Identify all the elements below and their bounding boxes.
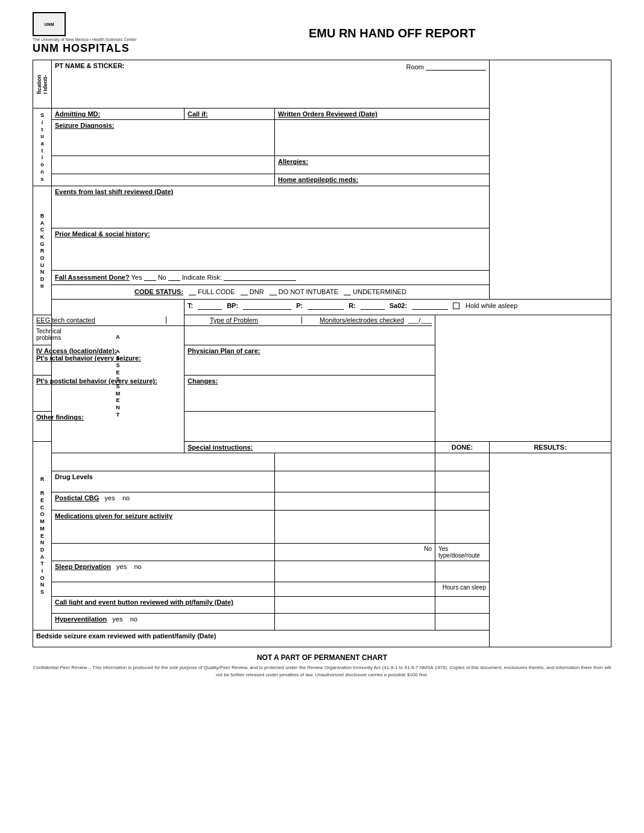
pt-name-cell: PT NAME & STICKER: Room — [52, 60, 490, 108]
room-label: Room — [406, 62, 486, 71]
not-permanent-footer: NOT A PART OF PERMANENT CHART — [33, 653, 611, 662]
special-instructions-label: Special instructions: — [188, 444, 253, 451]
drug-levels-row: Drug Levels — [33, 471, 611, 492]
dnr-label: DNR — [250, 288, 264, 295]
indicate-risk-label: Indicate Risk: — [182, 274, 222, 281]
pt-name-row: I Identi-fication PT NAME & STICKER: Roo… — [33, 60, 611, 108]
hours-sleep-cell — [52, 582, 275, 597]
logo-box: UNM — [33, 12, 66, 36]
admitting-md-row: Situation S Admitting MD: Call if: Writt… — [33, 108, 611, 120]
hold-while-asleep-label: Hold while asleep — [466, 302, 517, 309]
sleep-no-label: no — [134, 563, 141, 570]
p-label: P: — [296, 302, 303, 309]
call-light-label: Call light and event button reviewed wit… — [55, 599, 233, 606]
iv-access-label: IV Access (location/date): — [36, 347, 116, 354]
bedside-seizure-label: Bedside seizure exam reviewed with patie… — [36, 632, 216, 640]
sleep-deprivation-cell: Sleep Deprivation yes no — [52, 561, 275, 582]
code-status-cell: CODE STATUS: FULL CODE DNR DO NOT INTUBA… — [52, 285, 490, 300]
special-instructions-cell: Special instructions: — [185, 442, 435, 453]
drug-levels-cell: Drug Levels — [52, 471, 275, 492]
r-blank-row — [33, 453, 611, 471]
no-cell: No — [275, 544, 435, 561]
drug-levels-label: Drug Levels — [55, 473, 93, 480]
iv-access-cell: IV Access (location/date): Pt's ictal be… — [33, 345, 185, 376]
page-header: UNM The University of New Mexico • Healt… — [33, 12, 611, 55]
no-yes-row: No Yes type/dose/route — [33, 544, 611, 561]
events-row: BACKGROUND B Events from last shift revi… — [33, 186, 611, 228]
hyperventilation-label: Hyperventilation — [55, 615, 107, 623]
full-code-label: FULL CODE — [198, 288, 235, 295]
prior-medical-row: Prior Medical & social history: — [33, 228, 611, 271]
main-form-table: I Identi-fication PT NAME & STICKER: Roo… — [33, 60, 611, 647]
hours-can-sleep-cell: Hours can sleep — [435, 582, 490, 597]
hours-sleep-row: Hours can sleep — [33, 582, 611, 597]
hyper-no-label: no — [130, 615, 137, 623]
section-r-label: RRECOMMENDATIONS — [33, 442, 52, 630]
r-blank-cell — [52, 453, 275, 471]
type-of-problem: Type of Problem — [210, 316, 258, 324]
r-label: R: — [349, 302, 356, 309]
results-cbg — [435, 492, 490, 511]
eeg-cell: EEG tech contacted Type of Problem Monit… — [33, 315, 435, 345]
section-b-label: BACKGROUND B — [33, 186, 52, 315]
call-light-cell: Call light and event button reviewed wit… — [52, 597, 275, 614]
sao2-label: Sa02: — [390, 302, 407, 309]
home-meds-spacer — [52, 174, 275, 186]
results-sleep — [435, 561, 490, 582]
medications-row: Medications given for seizure activity — [33, 511, 611, 544]
hold-while-asleep-checkbox[interactable] — [453, 303, 459, 309]
logo-area: UNM The University of New Mexico • Healt… — [33, 12, 136, 55]
code-status-row: CODE STATUS: FULL CODE DNR DO NOT INTUBA… — [33, 285, 611, 300]
pts-ictal-label: Pt's ictal behavior (every seizure: — [36, 354, 141, 362]
call-if-cell: Call if: — [185, 108, 275, 120]
home-meds-cell: Home antiepileptic meds: — [275, 174, 490, 186]
results-hyper — [435, 614, 490, 630]
medications-cell: Medications given for seizure activity — [52, 511, 275, 544]
postictal-cell: Pt's postictal behavior (every seizure): — [33, 376, 185, 412]
undetermined-label: UNDETERMINED — [353, 288, 406, 295]
admitting-md-label: Admitting MD: — [55, 110, 100, 118]
fall-assessment-row: Fall Assessment Done? Yes No Indicate Ri… — [33, 271, 611, 285]
allergies-spacer — [275, 120, 490, 156]
vitals-row: AASSESSMENT T: BP: P: R: Sa02: Hold whil… — [33, 300, 611, 315]
done-r-blank — [275, 453, 435, 471]
done-sleep — [275, 561, 435, 582]
postictal-cbg-no: no — [122, 494, 130, 501]
fall-assessment-label: Fall Assessment Done? — [55, 274, 130, 281]
done-drug-levels — [275, 471, 435, 492]
postictal-cbg-yes: yes — [105, 494, 115, 501]
t-label: T: — [188, 302, 193, 309]
done-medications — [275, 511, 435, 544]
pt-name-label: PT NAME & STICKER: — [55, 62, 125, 69]
physician-plan-label: Physician Plan of care: — [188, 347, 260, 354]
other-findings-row: Other findings: — [33, 412, 611, 442]
vitals-cell: T: BP: P: R: Sa02: Hold while asleep — [185, 300, 611, 315]
prior-medical-cell: Prior Medical & social history: — [52, 228, 490, 271]
monitors-electrodes: Monitors/electrodes checked — [320, 316, 404, 324]
done-hyper — [275, 614, 435, 630]
results-header: RESULTS: — [490, 442, 611, 453]
seizure-dx-cell: Seizure Diagnosis: — [52, 120, 275, 156]
written-orders-label: Written Orders Reviewed (Date) — [278, 110, 377, 118]
hyperventilation-cell: Hyperventilation yes no — [52, 614, 275, 630]
bp-label: BP: — [227, 302, 238, 309]
seizure-dx-label: Seizure Diagnosis: — [55, 122, 114, 129]
sleep-deprivation-row: Sleep Deprivation yes no — [33, 561, 611, 582]
done-call-light — [275, 597, 435, 614]
results-r-blank — [435, 453, 490, 471]
sleep-deprivation-label: Sleep Deprivation — [55, 563, 111, 570]
prior-medical-label: Prior Medical & social history: — [55, 230, 150, 237]
medications-label: Medications given for seizure activity — [55, 512, 172, 520]
home-meds-label: Home antiepileptic meds: — [278, 176, 358, 183]
other-findings-cell: Other findings: — [33, 412, 435, 442]
allergies-spacer2 — [52, 156, 275, 174]
report-title: EMU RN HAND OFF REPORT — [136, 27, 611, 40]
other-findings-label: Other findings: — [36, 413, 84, 421]
written-orders-cell: Written Orders Reviewed (Date) — [275, 108, 490, 120]
hyper-yes-label: yes — [112, 615, 122, 623]
confidential-footer: Confidential Peer Review – This informat… — [33, 664, 611, 677]
allergies-row: Allergies: — [33, 156, 611, 174]
unm-hospitals-title: UNM HOSPITALS — [33, 42, 130, 55]
postictal-cbg-label: Postictal CBG — [55, 494, 99, 501]
no-label: No — [158, 274, 166, 281]
